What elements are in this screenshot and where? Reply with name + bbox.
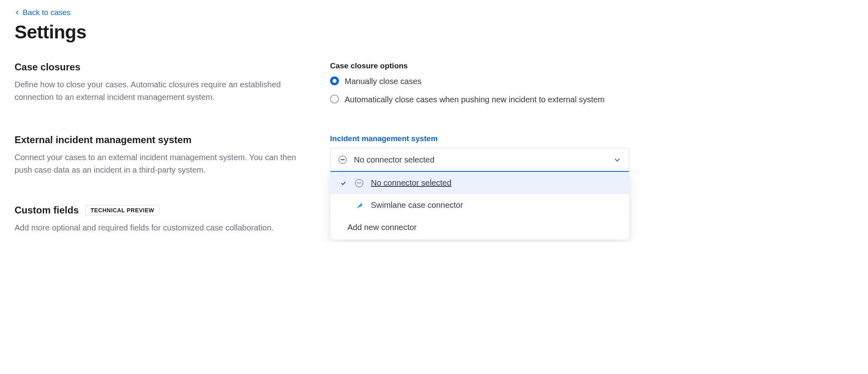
dropdown-item-add-connector[interactable]: Add new connector: [330, 216, 629, 239]
chevron-left-icon: [15, 10, 20, 15]
custom-fields-heading: Custom fields TECHNICAL PREVIEW: [15, 205, 314, 216]
dropdown-swimlane-label: Swimlane case connector: [371, 201, 463, 210]
dropdown-item-no-connector[interactable]: No connector selected: [330, 172, 629, 194]
case-closures-section: Case closures Define how to close your c…: [15, 61, 314, 106]
page-title: Settings: [15, 21, 853, 43]
radio-manual-close[interactable]: Manually close cases: [330, 75, 629, 88]
connector-select-value: No connector selected: [354, 155, 434, 165]
incident-system-label: Incident management system: [330, 134, 629, 143]
case-closure-options: Case closure options Manually close case…: [330, 61, 629, 106]
no-connector-icon: [355, 179, 363, 187]
case-closures-desc: Define how to close your cases. Automati…: [15, 78, 306, 104]
dropdown-no-connector-label: No connector selected: [371, 178, 451, 188]
case-closures-heading: Case closures: [15, 61, 314, 73]
incident-system-column: Incident management system No connector …: [330, 134, 629, 176]
external-incident-section: External incident management system Conn…: [15, 134, 314, 176]
back-link-label: Back to cases: [23, 8, 70, 17]
back-to-cases-link[interactable]: Back to cases: [15, 8, 70, 17]
no-connector-icon: [339, 156, 347, 164]
radio-auto-label: Automatically close cases when pushing n…: [345, 93, 605, 106]
external-desc: Connect your cases to an external incide…: [15, 151, 306, 176]
dropdown-item-swimlane[interactable]: Swimlane case connector: [330, 194, 629, 216]
custom-fields-section: Custom fields TECHNICAL PREVIEW Add more…: [15, 205, 314, 234]
technical-preview-badge: TECHNICAL PREVIEW: [85, 205, 160, 216]
custom-fields-heading-text: Custom fields: [15, 205, 79, 216]
radio-indicator: [330, 95, 339, 104]
radio-auto-close[interactable]: Automatically close cases when pushing n…: [330, 93, 629, 106]
check-icon: [340, 180, 347, 186]
custom-fields-desc: Add more optional and required fields fo…: [15, 222, 306, 234]
swimlane-icon: [355, 201, 363, 209]
radio-indicator-selected: [330, 76, 339, 85]
closure-options-label: Case closure options: [330, 61, 629, 70]
external-heading: External incident management system: [15, 134, 314, 146]
dropdown-add-label: Add new connector: [347, 223, 417, 232]
chevron-down-icon: [614, 156, 621, 163]
radio-manual-label: Manually close cases: [345, 75, 421, 88]
connector-dropdown: No connector selected Swimlane case conn…: [330, 171, 629, 239]
connector-select[interactable]: No connector selected No connector selec…: [330, 148, 629, 171]
